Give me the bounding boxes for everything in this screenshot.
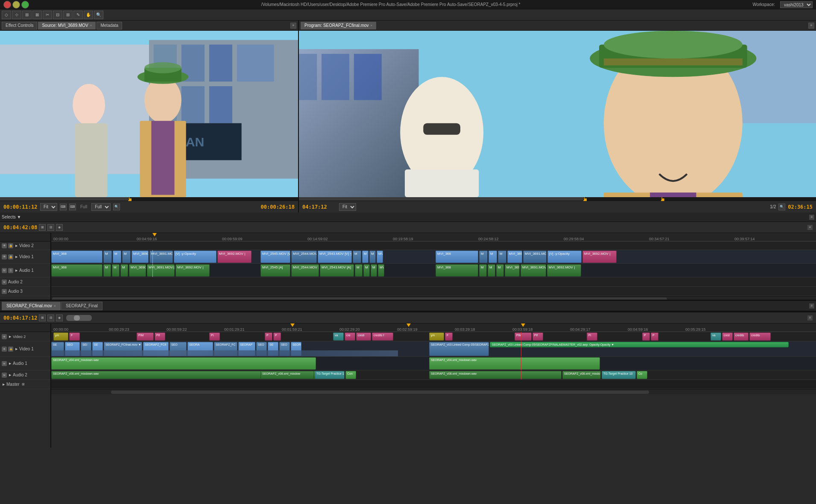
clip-v1-mvi3691b[interactable]: MVI_3691.MOV	[523, 251, 547, 263]
program-zoom-btn[interactable]: 🔍	[778, 204, 785, 210]
bs-v1-expand[interactable]: ▶	[15, 347, 18, 351]
tool-slide[interactable]: ⊞	[63, 11, 73, 19]
tool-zoom[interactable]: 🔍	[94, 11, 103, 19]
bottom-h-scrollbar[interactable]	[51, 389, 816, 394]
clip-bs-v2-ym2[interactable]: ym	[429, 332, 444, 341]
seq-tab-final[interactable]: SEORAPZ_Final	[61, 302, 102, 310]
v2-eye-icon[interactable]: 👁	[2, 243, 7, 248]
bs-a2-expand[interactable]: ▶	[8, 373, 12, 377]
tool-pen[interactable]: ✎	[73, 11, 83, 19]
ts-ctrl1[interactable]: ⊞	[39, 224, 46, 231]
clip-bs-a1-mixdown2[interactable]: SEORAPZ_v04.xml_mixdown.wav	[429, 357, 600, 370]
clip-bs-v2-pi[interactable]: Pi	[209, 332, 220, 341]
clip-bs-v2-cre[interactable]: cre	[345, 332, 355, 341]
tab-program[interactable]: Program: SEORAPZ_FCfinal.mov ×	[301, 22, 376, 29]
source-quality-select[interactable]: Full	[91, 203, 111, 211]
bs-a1-mute[interactable]: M	[2, 361, 7, 366]
clip-a1-m2[interactable]: M	[112, 264, 120, 277]
v2-lock-icon[interactable]: 🔒	[8, 243, 13, 248]
clip-bs-v2-pim2[interactable]: PlM	[515, 332, 532, 341]
tool-razor[interactable]: ✂	[43, 11, 52, 19]
tab-metadata[interactable]: Metadata	[97, 22, 122, 29]
top-seq-expand[interactable]: ≡	[807, 225, 813, 230]
bs-zoom-slider[interactable]	[66, 315, 92, 321]
clip-a1-mvi2545[interactable]: MVI_2545 [A]	[260, 264, 290, 277]
tool-hand[interactable]: ✋	[84, 11, 93, 19]
clip-v1-mvi3692[interactable]: [V] -y:Opacity	[174, 251, 216, 263]
clip-v1-m6[interactable]: M	[369, 251, 376, 263]
source-fit-select[interactable]: Fit	[40, 203, 57, 211]
clip-bs-v2-credits2[interactable]: credits	[734, 332, 749, 341]
top-sequence-timecode[interactable]: 00:04:42:08	[3, 224, 37, 230]
source-timecode[interactable]: 00:00:11:12	[3, 204, 38, 210]
clip-bs-a2-mixdown2[interactable]: SEORAPZ_v08.xml_mixdow	[260, 371, 314, 379]
tool-select[interactable]: ◇	[2, 11, 11, 19]
tool-roll[interactable]: ⊞	[22, 11, 32, 19]
clip-v1-mvi3692c[interactable]: [V] -y:Opacity	[547, 251, 582, 263]
selects-label[interactable]: Selects ▼	[2, 215, 21, 219]
top-h-scrollbar[interactable]	[51, 296, 816, 300]
clip-a1-m8[interactable]: M	[488, 264, 495, 277]
clip-bs-v2-pi2[interactable]: Pi	[587, 332, 597, 341]
a1-mute-icon[interactable]: M	[2, 268, 7, 273]
clip-v1-mvi3691[interactable]: MVI_3691.MOV	[149, 251, 173, 263]
bs-a1-expand[interactable]: ▶	[8, 362, 12, 365]
clip-bs-v2-p1[interactable]: P	[265, 332, 272, 341]
clip-a1-mvi2544[interactable]: MVI_2544.MOV [A]	[291, 264, 319, 277]
clip-bs-v2-cre2[interactable]: cred	[722, 332, 733, 341]
clip-bs-v2-p4[interactable]: P	[651, 332, 658, 341]
bs-master-expand[interactable]: ▶	[2, 383, 5, 386]
clip-v1-m8[interactable]: M	[488, 251, 497, 263]
ts-ctrl2[interactable]: ⊟	[47, 224, 54, 231]
tab-effect-controls[interactable]: Effect Controls	[2, 22, 37, 29]
clip-v1-mvi3692d[interactable]: MVI_3692.MOV |	[582, 251, 617, 263]
tab-program-close[interactable]: ×	[371, 23, 373, 27]
clip-bs-a2-tg-target[interactable]: TG-Target Practice 1	[315, 371, 345, 379]
clip-v1-m5[interactable]: M	[362, 251, 369, 263]
clip-v1-mvi3690[interactable]: MVI_3690	[132, 251, 149, 263]
clip-a1-mvi2543[interactable]: MVI_2543.MOV [A]	[320, 264, 354, 277]
clip-bs-a2-tg-target2[interactable]: TG-Target Practice 10	[602, 371, 636, 379]
clip-a1-m7[interactable]: M	[479, 264, 487, 277]
clip-bs-v1-green-wide[interactable]: SEORAPZ_v03 Linked Comp 05/SEORAPZFINALA…	[490, 342, 789, 347]
clip-a1-m4[interactable]: M	[355, 264, 363, 277]
bs-ctrl3[interactable]: ◈	[56, 315, 63, 321]
clip-bs-a2-mixdown3[interactable]: SEORAPZ_v08.xml_mixdown.wav	[429, 371, 562, 379]
a1-expand[interactable]: ▶	[15, 269, 18, 272]
clip-v1-mvi2545[interactable]: MVI_2545.MOV [V]	[260, 251, 290, 263]
bs-a2-mute[interactable]: M	[2, 373, 7, 378]
program-progress-bar[interactable]	[299, 197, 816, 201]
clip-v1-mvi-s1[interactable]: MVI	[377, 251, 383, 263]
left-monitor-collapse[interactable]: ≡	[290, 23, 296, 29]
clip-bs-v2-f1[interactable]: F	[69, 332, 80, 341]
bottom-sequence-timecode[interactable]: 00:04:17:12	[3, 315, 37, 321]
window-close[interactable]	[3, 1, 11, 9]
clip-a1-m9[interactable]: M	[496, 264, 504, 277]
bs-v2-expand[interactable]: ▶	[8, 335, 12, 338]
clip-v1-m1[interactable]: M	[103, 251, 112, 263]
tool-ripple[interactable]: ⊹	[12, 11, 21, 19]
clip-bs-v2-f2[interactable]: F	[445, 332, 453, 341]
clip-v1-mvi3690b[interactable]: MVI_3690	[507, 251, 522, 263]
v1-lock-icon[interactable]: 🔒	[8, 254, 13, 259]
clip-a1-mvi368b[interactable]: MVI_368	[436, 264, 478, 277]
clip-bs-v2-ym1[interactable]: ym	[53, 332, 68, 341]
clip-bs-v2-va2[interactable]: va	[711, 332, 721, 341]
clip-v1-m7[interactable]: M	[479, 251, 488, 263]
a2-mute-icon[interactable]: M	[2, 280, 7, 285]
bs-v1-eye[interactable]: 👁	[2, 347, 7, 352]
v1-expand[interactable]: ▶	[15, 255, 18, 259]
clip-bs-a2-mixdown4[interactable]: SEORAPZ_v08.xml_mixdo	[562, 371, 601, 379]
selects-expand[interactable]: ≡	[809, 215, 814, 220]
clip-bs-v2-p2[interactable]: P	[273, 332, 281, 341]
clip-a1-mvi3692[interactable]: MVI_3692.MOV |	[175, 264, 210, 277]
clip-v1-mvi2543[interactable]: MVI_2543.MOV [V] ·y	[318, 251, 352, 263]
clip-bs-v2-credits[interactable]: credi	[356, 332, 371, 341]
clip-v1-m9[interactable]: M	[498, 251, 506, 263]
clip-a1-mvi3690b[interactable]: MVI_3690	[505, 264, 520, 277]
clip-bs-v2-va[interactable]: va	[333, 332, 344, 341]
seq-tab-fcfinal[interactable]: SEORAPZ_FCfinal.mov ×	[2, 302, 61, 310]
bs-v2-eye[interactable]: 👁	[2, 334, 7, 339]
a1-solo-icon[interactable]: S	[8, 268, 13, 273]
tool-ratestretch[interactable]: ⊠	[32, 11, 42, 19]
